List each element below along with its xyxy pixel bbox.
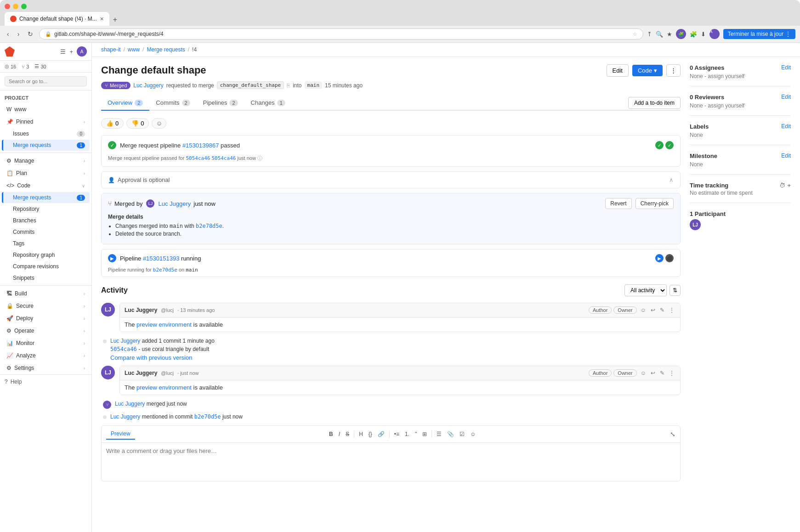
- source-branch[interactable]: change_default_shape: [217, 81, 284, 89]
- revert-button[interactable]: Revert: [605, 198, 631, 209]
- approval-header[interactable]: 👤 Approval is optional ∧: [102, 172, 680, 188]
- sidebar-item-analyze[interactable]: 📈 Analyze ›: [2, 350, 90, 362]
- address-bar[interactable]: 🔒 gitlab.com/shape-it/www/-/merge_reques…: [39, 28, 643, 40]
- system-author-2[interactable]: Luc Juggery: [115, 401, 145, 407]
- time-add-icon[interactable]: +: [787, 182, 791, 189]
- cherry-pick-button[interactable]: Cherry-pick: [635, 198, 674, 209]
- editor-tab-preview[interactable]: Preview: [106, 429, 135, 440]
- sidebar-item-repository-graph[interactable]: Repository graph: [2, 249, 90, 260]
- comment-2-reply-btn[interactable]: ↩: [650, 369, 656, 377]
- merged-by-author[interactable]: Luc Juggery: [158, 200, 191, 207]
- bookmark-btn[interactable]: ★: [667, 31, 672, 38]
- pipeline-passed-link[interactable]: #1530139867: [182, 142, 219, 149]
- assignees-edit-link[interactable]: Edit: [781, 64, 791, 71]
- breadcrumb-shape-it[interactable]: shape-it: [101, 46, 121, 53]
- pipeline-running-commit[interactable]: b2e70d5e: [153, 267, 177, 273]
- active-tab[interactable]: Change default shape (!4) · M... ✕: [5, 12, 109, 26]
- editor-body[interactable]: [102, 443, 680, 481]
- fmt-bold[interactable]: B: [327, 430, 335, 438]
- sidebar-avatar[interactable]: A: [77, 46, 87, 57]
- system-author-3[interactable]: Luc Juggery: [110, 413, 140, 420]
- traffic-light-red[interactable]: [5, 4, 10, 9]
- more-actions-button[interactable]: ⋮: [666, 64, 681, 77]
- fmt-code[interactable]: {}: [367, 430, 374, 438]
- mr-author-link[interactable]: Luc Juggery: [133, 82, 163, 89]
- editor-expand-button[interactable]: ⤡: [670, 430, 675, 438]
- tab-overview[interactable]: Overview 2: [101, 96, 149, 111]
- mr-counter[interactable]: ⑂ 3: [22, 63, 29, 69]
- comment-textarea[interactable]: [106, 447, 675, 475]
- extensions-btn[interactable]: 🧩: [676, 29, 686, 39]
- screenshot-btn[interactable]: ⤒: [647, 31, 652, 38]
- issues-counter[interactable]: ◎ 16: [5, 63, 16, 69]
- pipeline-passed-commit[interactable]: 5054ca46: [186, 155, 210, 161]
- copy-branch-icon[interactable]: ⎘: [287, 82, 290, 89]
- sidebar-item-commits[interactable]: Commits: [2, 226, 90, 238]
- tab-pipelines[interactable]: Pipelines 2: [197, 96, 244, 111]
- thumbsdown-button[interactable]: 👎 0: [126, 118, 149, 129]
- fmt-quote[interactable]: ": [413, 430, 419, 438]
- sidebar-toggle-btn[interactable]: ☰: [60, 48, 66, 55]
- merge-commit-link[interactable]: b2e78d5e: [196, 223, 222, 229]
- system-commit-3[interactable]: b2e70d5e: [194, 413, 221, 420]
- profile-button[interactable]: A: [709, 29, 720, 39]
- fmt-bullet-list[interactable]: •≡: [392, 430, 401, 438]
- fmt-indent[interactable]: ⊞: [420, 430, 429, 438]
- sidebar-item-help[interactable]: ? Help: [0, 374, 91, 389]
- compare-previous-link[interactable]: Compare with previous version: [110, 354, 192, 361]
- system-author-1[interactable]: Luc Juggery: [110, 338, 140, 344]
- commit-code[interactable]: 5054ca46: [211, 155, 236, 161]
- fmt-italic[interactable]: I: [337, 430, 342, 438]
- sidebar-item-code-merge-requests[interactable]: Merge requests 1: [2, 192, 90, 203]
- sidebar-item-secure[interactable]: 🔒 Secure ›: [2, 300, 90, 312]
- fmt-heading[interactable]: H: [357, 430, 365, 438]
- fmt-ordered-list[interactable]: 1.: [403, 430, 411, 438]
- sidebar-item-build[interactable]: 🏗 Build ›: [2, 288, 90, 300]
- comment-2-more-btn[interactable]: ⋮: [668, 369, 675, 377]
- comment-2-emoji-btn[interactable]: ☺: [640, 369, 647, 377]
- comment-2-edit-btn[interactable]: ✎: [659, 369, 665, 377]
- reviewers-edit-link[interactable]: Edit: [781, 94, 791, 100]
- back-button[interactable]: ‹: [5, 29, 11, 39]
- todos-counter[interactable]: ☰ 30: [34, 63, 46, 69]
- sidebar-item-branches[interactable]: Branches: [2, 215, 90, 226]
- target-branch[interactable]: main: [305, 82, 323, 89]
- sidebar-item-monitor[interactable]: 📊 Monitor ›: [2, 337, 90, 349]
- download-btn[interactable]: ⬇: [701, 31, 706, 38]
- sidebar-item-merge-requests[interactable]: Merge requests 1: [2, 140, 90, 151]
- sidebar-item-www[interactable]: W www: [2, 103, 90, 115]
- fmt-table[interactable]: ☰: [435, 430, 443, 438]
- comment-1-edit-btn[interactable]: ✎: [659, 306, 665, 314]
- participant-avatar-1[interactable]: LJ: [690, 219, 701, 230]
- update-button[interactable]: Terminer la mise à jour ⋮: [723, 29, 795, 39]
- milestone-edit-link[interactable]: Edit: [781, 153, 791, 159]
- sidebar-item-operate[interactable]: ⚙ Operate ›: [2, 325, 90, 337]
- close-tab-btn[interactable]: ✕: [100, 16, 104, 22]
- sidebar-item-settings[interactable]: ⚙ Settings ›: [2, 362, 90, 374]
- sidebar-item-compare-revisions[interactable]: Compare revisions: [2, 261, 90, 272]
- breadcrumb-merge-requests[interactable]: Merge requests: [147, 46, 185, 53]
- tab-changes[interactable]: Changes 1: [244, 96, 292, 111]
- fmt-strike[interactable]: S: [344, 430, 351, 438]
- forward-button[interactable]: ›: [15, 29, 22, 39]
- add-emoji-button[interactable]: ☺: [152, 118, 166, 129]
- sidebar-item-issues[interactable]: Issues 0: [2, 128, 90, 139]
- sidebar-item-deploy[interactable]: 🚀 Deploy ›: [2, 312, 90, 324]
- activity-filter-select[interactable]: All activity: [624, 284, 667, 296]
- search-input[interactable]: [5, 76, 87, 86]
- new-tab-button[interactable]: +: [109, 14, 121, 26]
- comment-2-link[interactable]: preview environment: [136, 384, 192, 391]
- fmt-attach[interactable]: 📎: [445, 430, 456, 438]
- activity-sort-button[interactable]: ⇅: [670, 285, 681, 296]
- code-button[interactable]: Code ▾: [632, 65, 663, 76]
- browser-search-btn[interactable]: 🔍: [656, 31, 663, 38]
- traffic-light-yellow[interactable]: [13, 4, 18, 9]
- comment-1-more-btn[interactable]: ⋮: [668, 306, 675, 314]
- sidebar-item-manage[interactable]: ⚙ Manage ›: [2, 155, 90, 167]
- comment-1-reply-btn[interactable]: ↩: [650, 306, 656, 314]
- star-icon[interactable]: ☆: [633, 31, 637, 37]
- sidebar-item-code[interactable]: </> Code ∨: [2, 180, 90, 192]
- sidebar-item-tags[interactable]: Tags: [2, 238, 90, 249]
- sidebar-item-snippets[interactable]: Snippets: [2, 272, 90, 283]
- comment-1-link[interactable]: preview environment: [136, 321, 192, 328]
